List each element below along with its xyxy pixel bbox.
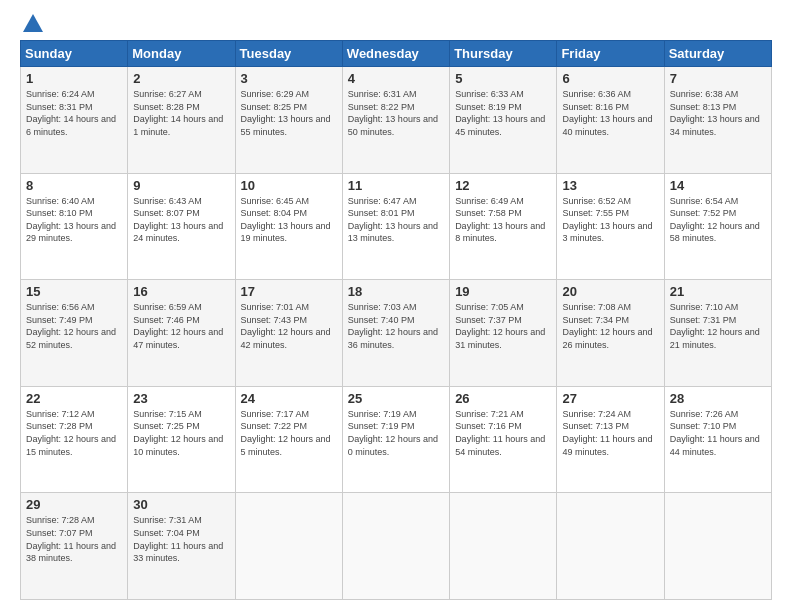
- day-number: 25: [348, 391, 444, 406]
- day-info: Sunrise: 6:54 AMSunset: 7:52 PMDaylight:…: [670, 196, 760, 244]
- calendar-cell: 2 Sunrise: 6:27 AMSunset: 8:28 PMDayligh…: [128, 67, 235, 174]
- calendar-cell: 18 Sunrise: 7:03 AMSunset: 7:40 PMDaylig…: [342, 280, 449, 387]
- calendar-cell: 4 Sunrise: 6:31 AMSunset: 8:22 PMDayligh…: [342, 67, 449, 174]
- calendar-cell: 19 Sunrise: 7:05 AMSunset: 7:37 PMDaylig…: [450, 280, 557, 387]
- day-info: Sunrise: 7:17 AMSunset: 7:22 PMDaylight:…: [241, 409, 331, 457]
- day-info: Sunrise: 7:12 AMSunset: 7:28 PMDaylight:…: [26, 409, 116, 457]
- day-number: 12: [455, 178, 551, 193]
- day-number: 23: [133, 391, 229, 406]
- day-info: Sunrise: 7:21 AMSunset: 7:16 PMDaylight:…: [455, 409, 545, 457]
- day-number: 18: [348, 284, 444, 299]
- day-number: 10: [241, 178, 337, 193]
- calendar-cell: 29 Sunrise: 7:28 AMSunset: 7:07 PMDaylig…: [21, 493, 128, 600]
- day-info: Sunrise: 6:43 AMSunset: 8:07 PMDaylight:…: [133, 196, 223, 244]
- day-number: 1: [26, 71, 122, 86]
- day-info: Sunrise: 6:31 AMSunset: 8:22 PMDaylight:…: [348, 89, 438, 137]
- calendar-day-header: Monday: [128, 41, 235, 67]
- day-number: 7: [670, 71, 766, 86]
- day-number: 20: [562, 284, 658, 299]
- calendar-week-row: 8 Sunrise: 6:40 AMSunset: 8:10 PMDayligh…: [21, 173, 772, 280]
- day-info: Sunrise: 7:26 AMSunset: 7:10 PMDaylight:…: [670, 409, 760, 457]
- day-info: Sunrise: 6:40 AMSunset: 8:10 PMDaylight:…: [26, 196, 116, 244]
- calendar-cell: 15 Sunrise: 6:56 AMSunset: 7:49 PMDaylig…: [21, 280, 128, 387]
- day-number: 9: [133, 178, 229, 193]
- calendar-cell: [664, 493, 771, 600]
- calendar-cell: 9 Sunrise: 6:43 AMSunset: 8:07 PMDayligh…: [128, 173, 235, 280]
- calendar-cell: 14 Sunrise: 6:54 AMSunset: 7:52 PMDaylig…: [664, 173, 771, 280]
- calendar-cell: 11 Sunrise: 6:47 AMSunset: 8:01 PMDaylig…: [342, 173, 449, 280]
- calendar-cell: 20 Sunrise: 7:08 AMSunset: 7:34 PMDaylig…: [557, 280, 664, 387]
- calendar-cell: 12 Sunrise: 6:49 AMSunset: 7:58 PMDaylig…: [450, 173, 557, 280]
- calendar-cell: 17 Sunrise: 7:01 AMSunset: 7:43 PMDaylig…: [235, 280, 342, 387]
- calendar-day-header: Friday: [557, 41, 664, 67]
- day-number: 8: [26, 178, 122, 193]
- header: [20, 16, 772, 32]
- day-number: 4: [348, 71, 444, 86]
- calendar-week-row: 29 Sunrise: 7:28 AMSunset: 7:07 PMDaylig…: [21, 493, 772, 600]
- day-info: Sunrise: 6:36 AMSunset: 8:16 PMDaylight:…: [562, 89, 652, 137]
- day-info: Sunrise: 7:10 AMSunset: 7:31 PMDaylight:…: [670, 302, 760, 350]
- calendar-cell: 1 Sunrise: 6:24 AMSunset: 8:31 PMDayligh…: [21, 67, 128, 174]
- day-number: 14: [670, 178, 766, 193]
- calendar-cell: 5 Sunrise: 6:33 AMSunset: 8:19 PMDayligh…: [450, 67, 557, 174]
- day-number: 28: [670, 391, 766, 406]
- day-number: 5: [455, 71, 551, 86]
- calendar-cell: 10 Sunrise: 6:45 AMSunset: 8:04 PMDaylig…: [235, 173, 342, 280]
- day-number: 26: [455, 391, 551, 406]
- day-info: Sunrise: 7:05 AMSunset: 7:37 PMDaylight:…: [455, 302, 545, 350]
- calendar-day-header: Saturday: [664, 41, 771, 67]
- calendar-cell: 27 Sunrise: 7:24 AMSunset: 7:13 PMDaylig…: [557, 386, 664, 493]
- day-number: 17: [241, 284, 337, 299]
- day-number: 22: [26, 391, 122, 406]
- day-info: Sunrise: 6:33 AMSunset: 8:19 PMDaylight:…: [455, 89, 545, 137]
- calendar-cell: [342, 493, 449, 600]
- calendar-day-header: Tuesday: [235, 41, 342, 67]
- day-info: Sunrise: 6:24 AMSunset: 8:31 PMDaylight:…: [26, 89, 116, 137]
- calendar-cell: 6 Sunrise: 6:36 AMSunset: 8:16 PMDayligh…: [557, 67, 664, 174]
- calendar-cell: 28 Sunrise: 7:26 AMSunset: 7:10 PMDaylig…: [664, 386, 771, 493]
- day-info: Sunrise: 7:31 AMSunset: 7:04 PMDaylight:…: [133, 515, 223, 563]
- day-number: 24: [241, 391, 337, 406]
- calendar-cell: 22 Sunrise: 7:12 AMSunset: 7:28 PMDaylig…: [21, 386, 128, 493]
- page: SundayMondayTuesdayWednesdayThursdayFrid…: [0, 0, 792, 612]
- calendar-week-row: 22 Sunrise: 7:12 AMSunset: 7:28 PMDaylig…: [21, 386, 772, 493]
- calendar-body: 1 Sunrise: 6:24 AMSunset: 8:31 PMDayligh…: [21, 67, 772, 600]
- day-info: Sunrise: 7:28 AMSunset: 7:07 PMDaylight:…: [26, 515, 116, 563]
- day-number: 29: [26, 497, 122, 512]
- day-number: 3: [241, 71, 337, 86]
- calendar-cell: 26 Sunrise: 7:21 AMSunset: 7:16 PMDaylig…: [450, 386, 557, 493]
- calendar-cell: 13 Sunrise: 6:52 AMSunset: 7:55 PMDaylig…: [557, 173, 664, 280]
- day-number: 30: [133, 497, 229, 512]
- calendar-table: SundayMondayTuesdayWednesdayThursdayFrid…: [20, 40, 772, 600]
- calendar-cell: [235, 493, 342, 600]
- calendar-cell: 25 Sunrise: 7:19 AMSunset: 7:19 PMDaylig…: [342, 386, 449, 493]
- calendar-day-header: Sunday: [21, 41, 128, 67]
- day-number: 21: [670, 284, 766, 299]
- calendar-cell: 23 Sunrise: 7:15 AMSunset: 7:25 PMDaylig…: [128, 386, 235, 493]
- calendar-cell: 7 Sunrise: 6:38 AMSunset: 8:13 PMDayligh…: [664, 67, 771, 174]
- calendar-header-row: SundayMondayTuesdayWednesdayThursdayFrid…: [21, 41, 772, 67]
- calendar-cell: 3 Sunrise: 6:29 AMSunset: 8:25 PMDayligh…: [235, 67, 342, 174]
- calendar-cell: 24 Sunrise: 7:17 AMSunset: 7:22 PMDaylig…: [235, 386, 342, 493]
- calendar-cell: 21 Sunrise: 7:10 AMSunset: 7:31 PMDaylig…: [664, 280, 771, 387]
- calendar-week-row: 1 Sunrise: 6:24 AMSunset: 8:31 PMDayligh…: [21, 67, 772, 174]
- day-info: Sunrise: 6:27 AMSunset: 8:28 PMDaylight:…: [133, 89, 223, 137]
- day-info: Sunrise: 7:24 AMSunset: 7:13 PMDaylight:…: [562, 409, 652, 457]
- day-number: 2: [133, 71, 229, 86]
- calendar-cell: 30 Sunrise: 7:31 AMSunset: 7:04 PMDaylig…: [128, 493, 235, 600]
- day-info: Sunrise: 6:59 AMSunset: 7:46 PMDaylight:…: [133, 302, 223, 350]
- day-number: 19: [455, 284, 551, 299]
- day-info: Sunrise: 7:19 AMSunset: 7:19 PMDaylight:…: [348, 409, 438, 457]
- day-info: Sunrise: 7:08 AMSunset: 7:34 PMDaylight:…: [562, 302, 652, 350]
- day-info: Sunrise: 6:45 AMSunset: 8:04 PMDaylight:…: [241, 196, 331, 244]
- calendar-day-header: Wednesday: [342, 41, 449, 67]
- day-number: 27: [562, 391, 658, 406]
- calendar-cell: 8 Sunrise: 6:40 AMSunset: 8:10 PMDayligh…: [21, 173, 128, 280]
- day-info: Sunrise: 6:47 AMSunset: 8:01 PMDaylight:…: [348, 196, 438, 244]
- calendar-cell: [450, 493, 557, 600]
- day-info: Sunrise: 7:15 AMSunset: 7:25 PMDaylight:…: [133, 409, 223, 457]
- day-info: Sunrise: 6:56 AMSunset: 7:49 PMDaylight:…: [26, 302, 116, 350]
- day-number: 13: [562, 178, 658, 193]
- calendar-week-row: 15 Sunrise: 6:56 AMSunset: 7:49 PMDaylig…: [21, 280, 772, 387]
- day-info: Sunrise: 7:01 AMSunset: 7:43 PMDaylight:…: [241, 302, 331, 350]
